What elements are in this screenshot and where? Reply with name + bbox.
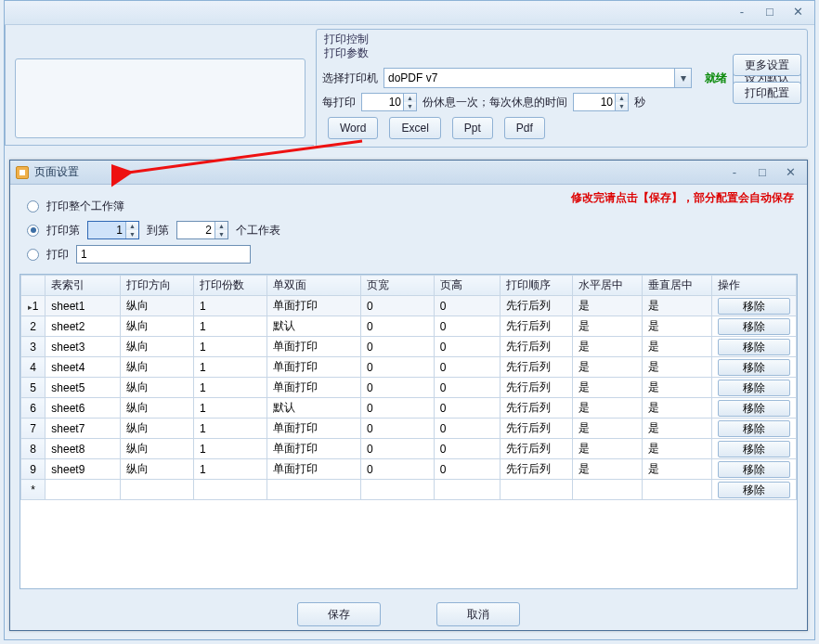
cell[interactable]: 0: [434, 459, 500, 480]
cell[interactable]: 先行后列: [500, 439, 573, 459]
cell[interactable]: 0: [360, 337, 434, 357]
cell[interactable]: 先行后列: [500, 357, 573, 378]
cell[interactable]: 单面打印: [266, 378, 360, 398]
cell[interactable]: sheet1: [46, 296, 121, 316]
cell[interactable]: 单面打印: [266, 459, 360, 480]
stepper-down-icon[interactable]: ▼: [126, 230, 138, 238]
cell[interactable]: 0: [434, 378, 500, 398]
cell[interactable]: 0: [360, 439, 434, 459]
cell[interactable]: 是: [573, 419, 643, 439]
cell[interactable]: 纵向: [121, 459, 194, 480]
cell[interactable]: 0: [434, 419, 500, 439]
format-pdf-button[interactable]: Pdf: [504, 117, 545, 139]
remove-button[interactable]: 移除: [718, 318, 790, 335]
cell[interactable]: 0: [360, 398, 434, 419]
format-ppt-button[interactable]: Ppt: [452, 117, 493, 139]
dialog-maximize-icon[interactable]: □: [753, 164, 772, 179]
cell[interactable]: 0: [434, 296, 500, 316]
dialog-close-icon[interactable]: ✕: [781, 164, 800, 179]
cancel-button[interactable]: 取消: [436, 602, 520, 626]
cell[interactable]: 纵向: [121, 316, 194, 337]
cell[interactable]: [121, 480, 194, 500]
cell[interactable]: 0: [360, 419, 434, 439]
row-header[interactable]: 2: [21, 316, 46, 337]
dialog-titlebar[interactable]: 页面设置 - □ ✕: [10, 161, 807, 185]
save-button[interactable]: 保存: [297, 602, 381, 626]
row-header[interactable]: 9: [21, 459, 46, 480]
row-header[interactable]: 7: [21, 419, 46, 439]
remove-button[interactable]: 移除: [718, 359, 790, 376]
row-header[interactable]: 6: [21, 398, 46, 419]
cell[interactable]: 是: [643, 459, 712, 480]
cell[interactable]: 先行后列: [500, 337, 573, 357]
cell[interactable]: 纵向: [121, 337, 194, 357]
cell[interactable]: [360, 480, 434, 500]
cell[interactable]: 0: [434, 357, 500, 378]
cell[interactable]: 1: [193, 378, 266, 398]
cell[interactable]: 是: [643, 316, 712, 337]
cell[interactable]: 1: [193, 398, 266, 419]
remove-button[interactable]: 移除: [718, 482, 790, 498]
column-header[interactable]: 打印份数: [193, 276, 266, 296]
sheets-grid[interactable]: 表索引打印方向打印份数单双面页宽页高打印顺序水平居中垂直居中操作 ▸1sheet…: [20, 274, 798, 589]
cell[interactable]: sheet9: [46, 459, 121, 480]
cell[interactable]: 1: [193, 337, 266, 357]
column-header[interactable]: 表索引: [46, 276, 121, 296]
cell[interactable]: 单面打印: [266, 439, 360, 459]
remove-button[interactable]: 移除: [718, 380, 790, 396]
cell[interactable]: 是: [573, 296, 643, 316]
cell[interactable]: sheet3: [46, 337, 121, 357]
cell[interactable]: 单面打印: [266, 337, 360, 357]
cell[interactable]: sheet8: [46, 439, 121, 459]
cell[interactable]: 纵向: [121, 357, 194, 378]
row-header[interactable]: 4: [21, 357, 46, 378]
cell[interactable]: 先行后列: [500, 316, 573, 337]
cell[interactable]: [46, 480, 121, 500]
table-row[interactable]: 2sheet2纵向1默认00先行后列是是移除: [21, 316, 797, 337]
cell[interactable]: 是: [643, 296, 712, 316]
cell[interactable]: 0: [360, 357, 434, 378]
print-config-button[interactable]: 打印配置: [733, 82, 801, 104]
cell[interactable]: 1: [193, 459, 266, 480]
radio-print-list[interactable]: [27, 249, 39, 261]
cell[interactable]: 是: [573, 398, 643, 419]
copies-before-rest-stepper[interactable]: ▲▼: [361, 93, 417, 111]
cell[interactable]: 先行后列: [500, 398, 573, 419]
cell[interactable]: 是: [643, 378, 712, 398]
cell[interactable]: 单面打印: [266, 357, 360, 378]
row-header[interactable]: 5: [21, 378, 46, 398]
cell[interactable]: 默认: [266, 398, 360, 419]
cell[interactable]: 1: [193, 419, 266, 439]
cell[interactable]: 是: [573, 378, 643, 398]
cell[interactable]: 1: [193, 316, 266, 337]
table-row[interactable]: 4sheet4纵向1单面打印00先行后列是是移除: [21, 357, 797, 378]
cell[interactable]: 是: [643, 398, 712, 419]
table-row[interactable]: 6sheet6纵向1默认00先行后列是是移除: [21, 398, 797, 419]
cell[interactable]: [193, 480, 266, 500]
stepper-down-icon[interactable]: ▼: [404, 102, 416, 110]
cell[interactable]: 是: [643, 419, 712, 439]
cell[interactable]: 纵向: [121, 296, 194, 316]
cell[interactable]: [573, 480, 643, 500]
copies-before-rest-input[interactable]: [362, 94, 403, 110]
remove-button[interactable]: 移除: [718, 339, 790, 355]
cell[interactable]: 单面打印: [266, 296, 360, 316]
printer-combo[interactable]: doPDF v7 ▾: [384, 68, 692, 88]
column-header[interactable]: 打印顺序: [500, 276, 573, 296]
minimize-icon[interactable]: -: [733, 4, 751, 19]
cell[interactable]: 纵向: [121, 398, 194, 419]
row-header-new[interactable]: *: [21, 480, 46, 500]
cell[interactable]: 1: [193, 296, 266, 316]
cell[interactable]: [500, 480, 573, 500]
cell[interactable]: [643, 480, 712, 500]
table-row[interactable]: 9sheet9纵向1单面打印00先行后列是是移除: [21, 459, 797, 480]
cell[interactable]: 0: [434, 337, 500, 357]
format-excel-button[interactable]: Excel: [389, 117, 440, 139]
remove-button[interactable]: 移除: [718, 420, 790, 437]
table-row[interactable]: 8sheet8纵向1单面打印00先行后列是是移除: [21, 439, 797, 459]
cell[interactable]: 0: [360, 459, 434, 480]
cell[interactable]: 0: [360, 378, 434, 398]
cell[interactable]: 是: [643, 337, 712, 357]
cell[interactable]: sheet4: [46, 357, 121, 378]
stepper-up-icon[interactable]: ▲: [616, 94, 628, 102]
